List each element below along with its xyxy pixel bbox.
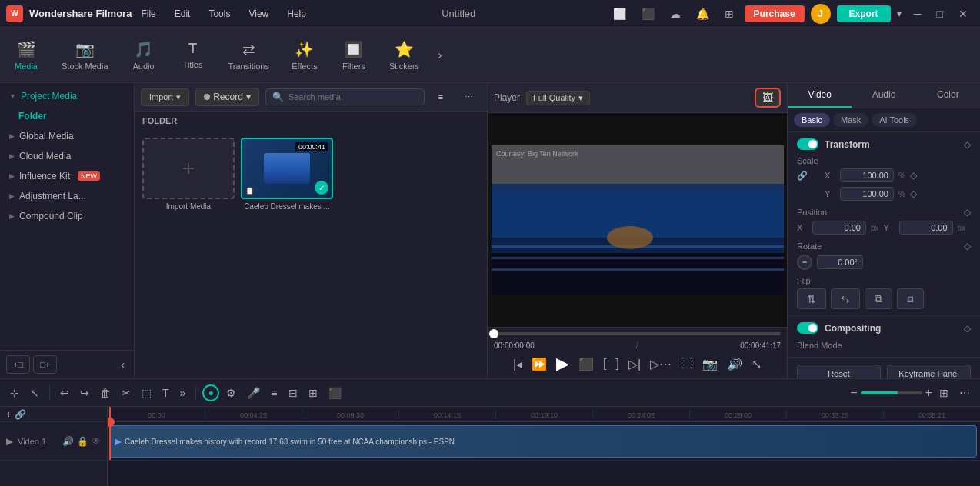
tl-settings-button[interactable]: ⚙ xyxy=(222,384,240,401)
toolbar-transitions[interactable]: ⇄ Transitions xyxy=(219,34,278,77)
link-track-button[interactable]: 🔗 xyxy=(15,409,26,420)
search-input[interactable] xyxy=(288,92,418,102)
scale-x-keyframe-icon[interactable]: ◇ xyxy=(910,170,917,181)
tl-crop-button[interactable]: ⬚ xyxy=(138,384,155,401)
tl-undo-button[interactable]: ↩ xyxy=(56,384,73,401)
tl-transition-button[interactable]: » xyxy=(176,384,190,401)
toolbar-expand-button[interactable]: › xyxy=(432,42,448,68)
grid-icon-btn[interactable]: ⊞ xyxy=(720,6,738,22)
sidebar-item-compound-clip[interactable]: ▶ Compound Clip xyxy=(0,206,134,226)
tl-group-button[interactable]: ⊞ xyxy=(305,384,322,401)
flip-copy-h-button[interactable]: ⧉ xyxy=(865,288,892,309)
mark-out-button[interactable]: ] xyxy=(616,357,619,371)
zoom-in-button[interactable]: + xyxy=(925,386,932,400)
toolbar-titles[interactable]: T Titles xyxy=(170,35,216,75)
add-folder-button[interactable]: +□ xyxy=(6,355,30,374)
toolbar-effects[interactable]: ✨ Effects xyxy=(282,34,328,77)
menu-edit[interactable]: Edit xyxy=(172,7,194,21)
fullscreen-button[interactable]: ⛶ xyxy=(681,357,693,371)
tl-text-button[interactable]: T xyxy=(158,384,173,401)
position-keyframe-icon[interactable]: ◇ xyxy=(964,207,971,218)
purchase-button[interactable]: Purchase xyxy=(745,5,805,22)
zoom-out-button[interactable]: − xyxy=(850,386,857,400)
scale-y-keyframe-icon[interactable]: ◇ xyxy=(910,188,917,199)
menu-help[interactable]: Help xyxy=(284,7,309,21)
add-media-item[interactable]: + Import Media xyxy=(142,138,235,211)
scale-y-input[interactable] xyxy=(840,187,894,201)
toolbar-media[interactable]: 🎬 Media xyxy=(3,34,49,77)
quality-selector[interactable]: Full Quality ▾ xyxy=(526,91,590,105)
sidebar-item-project-media[interactable]: ▼ Project Media xyxy=(0,86,134,106)
tl-layout-button[interactable]: ⊞ xyxy=(935,384,952,401)
tl-cut-button[interactable]: ✂ xyxy=(118,384,135,401)
prev-frame-button[interactable]: |◂ xyxy=(513,357,522,371)
tab-video[interactable]: Video xyxy=(788,83,852,108)
tl-split-button[interactable]: ⊟ xyxy=(285,384,302,401)
toolbar-audio[interactable]: 🎵 Audio xyxy=(121,34,167,77)
insert-button[interactable]: ▷| xyxy=(628,357,641,371)
add-media-thumb[interactable]: + xyxy=(142,138,235,199)
preview-progress-bar[interactable] xyxy=(494,332,781,335)
compositing-keyframe-icon[interactable]: ◇ xyxy=(964,323,971,334)
tab-color[interactable]: Color xyxy=(916,83,980,108)
maximize-button[interactable]: □ xyxy=(931,6,949,22)
timeline-icon-btn[interactable]: ⬛ xyxy=(637,6,659,22)
video-clip[interactable]: ▶ Caeleb Dressel makes history with reco… xyxy=(109,425,977,458)
play-button[interactable]: ▶ xyxy=(556,354,569,374)
tl-delete-button[interactable]: 🗑 xyxy=(96,384,115,401)
rotate-input[interactable] xyxy=(817,255,863,269)
cloud-icon-btn[interactable]: ☁ xyxy=(665,6,685,22)
keyframe-panel-button[interactable]: Keyframe Panel xyxy=(887,364,971,378)
sidebar-collapse-button[interactable]: ‹ xyxy=(118,355,128,374)
append-button[interactable]: ▷⋯ xyxy=(650,357,672,371)
sidebar-item-global-media[interactable]: ▶ Global Media xyxy=(0,126,134,146)
mark-in-button[interactable]: [ xyxy=(603,357,606,371)
add-track-button[interactable]: + xyxy=(6,409,12,420)
volume-button[interactable]: 🔊 xyxy=(727,357,742,371)
tl-redo-button[interactable]: ↪ xyxy=(76,384,93,401)
stop-button[interactable]: ⬛ xyxy=(578,357,594,371)
track-volume-button[interactable]: 🔊 xyxy=(62,436,74,447)
camera-button[interactable]: 📷 xyxy=(702,357,718,371)
subtab-mask[interactable]: Mask xyxy=(833,113,868,127)
close-button[interactable]: ✕ xyxy=(952,6,974,22)
clip-media-item[interactable]: 00:00:41 📋 ✓ Caeleb Dressel makes ... xyxy=(241,138,333,211)
flip-copy-v-button[interactable]: ⧈ xyxy=(897,288,924,309)
toolbar-stickers[interactable]: ⭐ Stickers xyxy=(380,34,428,77)
tab-audio[interactable]: Audio xyxy=(852,83,915,108)
more-options-button[interactable]: ⋯ xyxy=(457,89,481,105)
sidebar-item-adjustment[interactable]: ▶ Adjustment La... xyxy=(0,186,134,206)
tl-more-button[interactable]: ⋯ xyxy=(955,384,974,401)
filter-button[interactable]: ≡ xyxy=(431,89,451,105)
scale-x-input[interactable] xyxy=(840,168,894,182)
position-x-input[interactable] xyxy=(812,221,866,235)
snapshot-button[interactable]: 🖼 xyxy=(755,88,781,108)
reset-button[interactable]: Reset xyxy=(797,364,881,378)
tl-select-button[interactable]: ⊹ xyxy=(6,384,23,401)
minimize-button[interactable]: ─ xyxy=(908,6,928,22)
clip-thumb[interactable]: 00:00:41 📋 ✓ xyxy=(241,138,333,199)
rotate-wheel[interactable] xyxy=(797,255,812,270)
tl-pip-button[interactable]: ⬛ xyxy=(325,384,345,401)
new-folder-button[interactable]: □+ xyxy=(33,355,57,374)
rotate-keyframe-icon[interactable]: ◇ xyxy=(964,241,971,251)
position-y-input[interactable] xyxy=(899,221,953,235)
track-visible-button[interactable]: 👁 xyxy=(92,436,101,447)
export-button[interactable]: Export xyxy=(837,5,891,22)
sidebar-item-cloud-media[interactable]: ▶ Cloud Media xyxy=(0,146,134,166)
fit-button[interactable]: ⤡ xyxy=(752,357,762,371)
toolbar-stock[interactable]: 📷 Stock Media xyxy=(52,34,118,77)
tl-record-button[interactable]: ● xyxy=(202,384,219,401)
speed-button[interactable]: ⏩ xyxy=(532,357,547,371)
progress-thumb[interactable] xyxy=(489,329,498,338)
import-button[interactable]: Import ▾ xyxy=(141,88,189,106)
subtab-ai-tools[interactable]: AI Tools xyxy=(872,113,917,127)
menu-file[interactable]: File xyxy=(138,7,158,21)
sidebar-item-influence-kit[interactable]: ▶ Influence Kit NEW xyxy=(0,166,134,186)
tl-audio-button[interactable]: 🎤 xyxy=(243,384,264,401)
transform-keyframe-icon[interactable]: ◇ xyxy=(964,139,971,150)
toolbar-filters[interactable]: 🔲 Filters xyxy=(331,34,377,77)
menu-tools[interactable]: Tools xyxy=(205,7,233,21)
tl-move-button[interactable]: ↖ xyxy=(26,384,43,401)
record-button[interactable]: Record ▾ xyxy=(195,88,259,106)
